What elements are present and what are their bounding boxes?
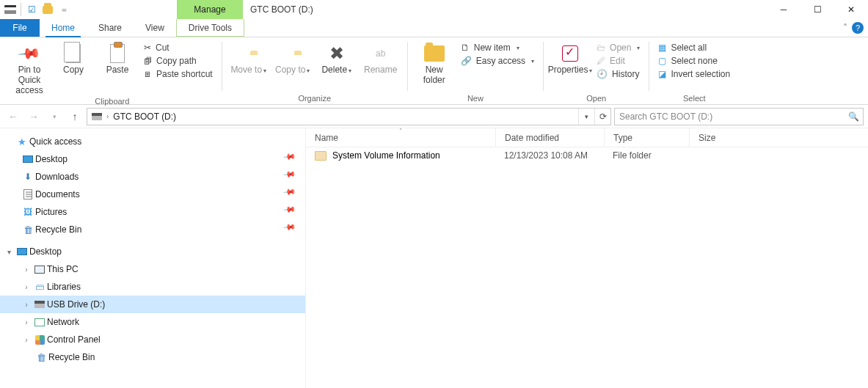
qat-customize-icon[interactable]: ＝ [58,4,70,15]
cut-button[interactable]: ✂Cut [141,42,216,54]
nav-control-panel[interactable]: ›Control Panel [0,331,305,348]
easy-access-icon: 🔗 [461,56,472,66]
desktop-icon [23,155,33,163]
pin-to-quick-access-button[interactable]: 📌 Pin to Quick access [9,40,50,95]
history-button[interactable]: 🕘History [594,68,643,80]
pin-icon: 📌 [17,41,43,66]
nav-quick-downloads[interactable]: ⬇Downloads📌 [0,168,305,186]
column-header-date[interactable]: Date modified [495,128,604,147]
paste-button[interactable]: Paste [97,40,138,76]
move-to-button[interactable]: Move to▾ [228,40,269,76]
copy-to-button[interactable]: Copy to▾ [272,40,313,76]
usb-drive-icon [34,301,45,308]
address-chevron-icon[interactable]: › [106,112,112,120]
tab-share[interactable]: Share [87,19,134,37]
group-label-organize: Organize [222,92,407,104]
invert-selection-icon: ◪ [658,69,666,79]
nav-recycle-bin[interactable]: 🗑Recycle Bin [0,348,305,366]
help-icon[interactable]: ? [852,22,864,34]
search-input[interactable] [615,111,844,122]
ribbon-tabs: File Home Share View Drive Tools ˄ ? [0,19,868,37]
nav-quick-access[interactable]: ★ Quick access [0,133,305,150]
group-label-select: Select [649,92,739,104]
address-bar[interactable]: › GTC BOOT (D:) ▾ ⟳ [87,108,611,125]
open-button[interactable]: 🗁Open▾ [594,42,643,54]
file-list[interactable]: System Volume Information 12/13/2023 10:… [306,147,868,388]
pin-icon: 📌 [282,150,303,169]
column-headers[interactable]: ˄Name Date modified Type Size [306,128,868,147]
select-all-icon: ▦ [658,43,666,53]
maximize-button[interactable]: ☐ [800,0,834,19]
paste-shortcut-icon: 🗏 [144,70,152,78]
new-item-button[interactable]: 🗋New item▾ [458,42,537,54]
control-panel-icon [35,335,45,345]
paste-shortcut-button[interactable]: 🗏Paste shortcut [141,68,216,80]
group-label-new: New [408,92,543,104]
close-button[interactable]: ✕ [834,0,868,19]
quick-access-toolbar: ☑ ＝ [0,0,74,19]
tab-file[interactable]: File [0,19,40,37]
new-item-icon: 🗋 [461,43,470,53]
chevron-right-icon[interactable]: › [21,266,32,274]
select-none-button[interactable]: ▢Select none [655,55,733,67]
pin-icon: 📌 [282,220,303,240]
properties-button[interactable]: Properties▾ [550,40,591,76]
pictures-icon: 🖼 [21,207,35,217]
delete-icon: ✖ [327,43,347,64]
refresh-button[interactable]: ⟳ [594,109,610,125]
nav-quick-recycle-bin[interactable]: 🗑Recycle Bin📌 [0,221,305,238]
search-box[interactable]: 🔍 [614,108,864,125]
tab-view[interactable]: View [134,19,176,37]
nav-network[interactable]: ›Network [0,313,305,331]
libraries-icon: 🗃 [32,282,47,292]
recent-locations-button[interactable]: ▾ [45,108,63,125]
folder-icon [315,151,327,161]
delete-button[interactable]: ✖ Delete▾ [316,40,357,76]
rename-button[interactable]: ab Rename [360,40,401,76]
item-name: System Volume Information [332,150,440,161]
qat-newfolder-icon[interactable] [42,4,54,15]
navigation-pane[interactable]: ★ Quick access Desktop📌 ⬇Downloads📌 Docu… [0,128,306,388]
easy-access-button[interactable]: 🔗Easy access▾ [458,55,537,67]
nav-this-pc[interactable]: ›This PC [0,260,305,278]
network-icon [34,318,45,326]
collapse-ribbon-icon[interactable]: ˄ [843,23,847,33]
copy-button[interactable]: Copy [53,40,94,76]
nav-quick-desktop[interactable]: Desktop📌 [0,150,305,168]
nav-quick-pictures[interactable]: 🖼Pictures📌 [0,203,305,221]
documents-icon [23,189,32,200]
up-button[interactable]: ↑ [66,108,84,125]
back-button[interactable]: ← [4,108,22,125]
column-header-name[interactable]: ˄Name [306,128,495,147]
ribbon: 📌 Pin to Quick access Copy Paste ✂Cut 🗐C… [0,37,868,105]
nav-quick-documents[interactable]: Documents📌 [0,186,305,203]
minimize-button[interactable]: ─ [767,0,800,19]
chevron-right-icon[interactable]: › [21,301,32,309]
copy-path-button[interactable]: 🗐Copy path [141,55,216,67]
chevron-right-icon[interactable]: › [21,318,32,326]
contextual-tab-manage[interactable]: Manage [177,0,243,19]
tab-home[interactable]: Home [40,19,87,37]
column-header-type[interactable]: Type [604,128,689,147]
invert-selection-button[interactable]: ◪Invert selection [655,68,733,80]
address-path[interactable]: GTC BOOT (D:) [112,111,578,122]
address-dropdown-button[interactable]: ▾ [578,109,594,125]
tab-drive-tools[interactable]: Drive Tools [176,19,244,37]
new-folder-button[interactable]: New folder [414,40,455,86]
downloads-icon: ⬇ [21,172,35,182]
edit-button[interactable]: 🖉Edit [594,55,643,67]
forward-button[interactable]: → [25,108,43,125]
column-header-size[interactable]: Size [689,128,868,147]
desktop-icon [17,248,27,255]
nav-desktop-root[interactable]: ▾Desktop [0,243,305,260]
chevron-down-icon[interactable]: ▾ [3,248,15,256]
list-item[interactable]: System Volume Information 12/13/2023 10:… [306,147,868,164]
select-all-button[interactable]: ▦Select all [655,42,733,54]
chevron-right-icon[interactable]: › [21,336,32,344]
chevron-right-icon[interactable]: › [21,283,32,291]
qat-properties-icon[interactable]: ☑ [26,4,37,15]
search-icon[interactable]: 🔍 [844,111,863,122]
title-bar: ☑ ＝ Manage GTC BOOT (D:) ─ ☐ ✕ [0,0,868,19]
nav-libraries[interactable]: ›🗃Libraries [0,278,305,296]
nav-usb-drive[interactable]: ›USB Drive (D:) [0,296,305,313]
